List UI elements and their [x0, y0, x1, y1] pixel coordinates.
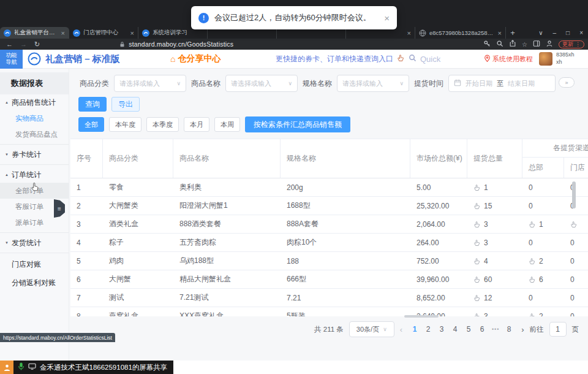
toast-close-icon[interactable]: × — [384, 13, 390, 23]
collapse-filters-button[interactable]: » — [559, 77, 575, 88]
cell-no: 2 — [70, 197, 103, 215]
browser-tab-hash[interactable]: e8c573980b1328a258fd2e6f8 × — [415, 27, 506, 39]
export-button[interactable]: 导出 — [111, 97, 140, 112]
quick-entry[interactable]: 更快捷的券卡、订单和快递查询入口 Quick — [276, 54, 440, 64]
toolbar-right: ☆ 更新 ⋮ — [483, 39, 584, 50]
meeting-app-icon[interactable] — [0, 361, 13, 374]
maximize-button[interactable]: □ — [566, 29, 570, 36]
cell-amount: 752.00 — [410, 252, 467, 270]
address-bar[interactable]: standard.maboy.cn/GoodsStatistics — [129, 40, 233, 48]
share-center-link[interactable]: ⌂ 仓分享中心 — [170, 53, 221, 64]
filter-tab[interactable]: 全部 — [78, 117, 104, 132]
sidebar-group-coupon-stats[interactable]: ▼ 券卡统计 — [0, 147, 69, 162]
side-panel-icon[interactable] — [533, 40, 540, 49]
sidebar-group-goods-sales[interactable]: ▲ 商品销售统计 — [0, 94, 69, 110]
function-nav-toggle[interactable]: 功能 导航 — [0, 50, 23, 69]
page-number[interactable]: 8 — [502, 325, 516, 334]
page-numbers: 123456•••8 — [408, 325, 516, 334]
cell-no: 6 — [70, 270, 103, 288]
reload-icon[interactable]: ↻ — [34, 40, 40, 48]
category-filter-label: 商品分类 — [80, 78, 109, 89]
page-number[interactable]: 2 — [421, 325, 435, 334]
cell-pick-total: 12 — [467, 289, 522, 307]
table-row: 5鸡肉乌鸡188型188752.00420 — [70, 252, 588, 270]
tab-title: 门店管理中心 — [83, 29, 127, 37]
col-channel-group: 各提货渠道 总部 门店 — [522, 139, 588, 178]
tutorial-label: 系统使用教程 — [492, 55, 533, 64]
browser-tab-store[interactable]: 门店管理中心 × — [69, 27, 138, 39]
new-tab-button[interactable]: + — [506, 27, 519, 39]
search-button[interactable]: 查询 — [78, 97, 107, 112]
cell-no: 5 — [70, 252, 103, 270]
tab-close-icon[interactable]: × — [498, 29, 502, 37]
cell-hq: 0 — [522, 289, 564, 307]
page-number[interactable]: 4 — [448, 325, 462, 334]
chevron-down-icon: ∨ — [399, 80, 404, 86]
pick-count-icon — [473, 184, 481, 191]
next-page-icon[interactable]: › — [521, 325, 524, 334]
zoom-icon[interactable] — [496, 40, 503, 49]
browser-tab-goods[interactable]: 礼盒营销平台管理中心 × — [0, 27, 69, 39]
tab-close-icon[interactable]: × — [130, 29, 134, 37]
filter-tab[interactable]: 本月 — [184, 117, 209, 132]
app-header: 功能 导航 礼盒营销 – 标准版 ⌂ 仓分享中心 更快捷的券卡、订单和快递查询入… — [0, 50, 588, 69]
pick-count-icon — [473, 258, 481, 265]
category-select[interactable]: 请选择或输入 ∨ — [114, 75, 186, 92]
name-select[interactable]: 请选择或输入 ∨ — [225, 75, 298, 92]
page-number[interactable]: 6 — [475, 325, 489, 334]
date-range-picker[interactable]: 开始日期 至 结束日期 — [448, 75, 556, 92]
col-name: 商品名称 — [173, 139, 281, 178]
cell-store: 0 — [564, 234, 588, 251]
horizontal-scrollbar[interactable] — [404, 315, 439, 318]
filter-tab[interactable]: 本季度 — [146, 117, 179, 132]
goto-page-input[interactable] — [549, 322, 567, 337]
filter-tab[interactable]: 本周 — [214, 117, 240, 132]
page-number[interactable]: 5 — [462, 325, 475, 334]
user-box[interactable]: 8385xh xh — [539, 52, 575, 66]
sidebar-item-shipment-check[interactable]: 发货商品盘点 — [0, 126, 69, 142]
tab-close-icon[interactable]: × — [407, 29, 411, 37]
bookmark-star-icon[interactable]: ☆ — [522, 41, 527, 48]
cell-name: 阳澄湖大闸蟹1 — [173, 197, 281, 215]
sidebar-group-order-stats[interactable]: ▲ 订单统计 — [0, 167, 69, 183]
system-tutorial-link[interactable]: 系统使用教程 — [484, 55, 533, 64]
sidebar-item-store-reconcile[interactable]: 门店对账 — [0, 255, 69, 273]
tab-search-icon[interactable]: ∨ — [538, 29, 543, 36]
category-placeholder: 请选择或输入 — [119, 79, 176, 88]
forward-icon[interactable]: → — [20, 40, 27, 48]
sidebar-group-shipping-stats[interactable]: ▼ 发货统计 — [0, 235, 69, 251]
spec-select[interactable]: 请选择或输入 ∨ — [337, 75, 409, 92]
chrome-menu-icon[interactable]: ⋮ — [575, 41, 581, 47]
goto-label: 前往 — [530, 325, 544, 334]
cell-name: 五芳斋肉粽 — [173, 234, 281, 251]
pick-count-icon — [529, 276, 536, 283]
sidebar-item-distribution-reconcile[interactable]: 分销返利对账 — [0, 273, 69, 292]
pick-count-icon — [529, 221, 536, 228]
group-label: 商品销售统计 — [12, 97, 56, 108]
cell-amount: 8,652.00 — [410, 289, 467, 307]
sidebar-item-physical-goods[interactable]: 实物商品 — [0, 110, 69, 126]
back-icon[interactable]: ← — [6, 40, 13, 48]
cell-hq: 6 — [522, 270, 564, 288]
filter-tab[interactable]: 本年度 — [109, 117, 141, 132]
page-number[interactable]: ••• — [489, 326, 502, 332]
period-tabs: 全部本年度本季度本月本周 按检索条件汇总商品销售额 — [78, 116, 350, 132]
minimize-button[interactable]: – — [553, 29, 557, 36]
chrome-update-button[interactable]: 更新 ⋮ — [559, 40, 584, 48]
key-icon[interactable] — [483, 40, 491, 49]
lock-icon[interactable] — [119, 41, 125, 48]
close-window-button[interactable]: × — [579, 29, 583, 36]
prev-page-icon[interactable]: ‹ — [400, 325, 402, 334]
page-number[interactable]: 3 — [435, 325, 448, 334]
vertical-scrollbar[interactable] — [572, 181, 576, 208]
group-label: 订单统计 — [12, 170, 41, 180]
share-icon[interactable] — [509, 40, 516, 49]
sidebar-item-dispatch-orders[interactable]: 派单订单 — [0, 215, 69, 231]
summary-button[interactable]: 按检索条件汇总商品销售额 — [245, 116, 350, 132]
page-size-select[interactable]: 30条/页 ∨ — [349, 321, 394, 337]
cell-name: 888酒类套餐 — [173, 215, 281, 233]
page-number[interactable]: 1 — [408, 325, 421, 334]
profile-icon[interactable] — [546, 40, 553, 49]
tab-close-icon[interactable]: × — [61, 29, 65, 37]
col-amount: 市场价总额(¥) — [410, 139, 467, 178]
